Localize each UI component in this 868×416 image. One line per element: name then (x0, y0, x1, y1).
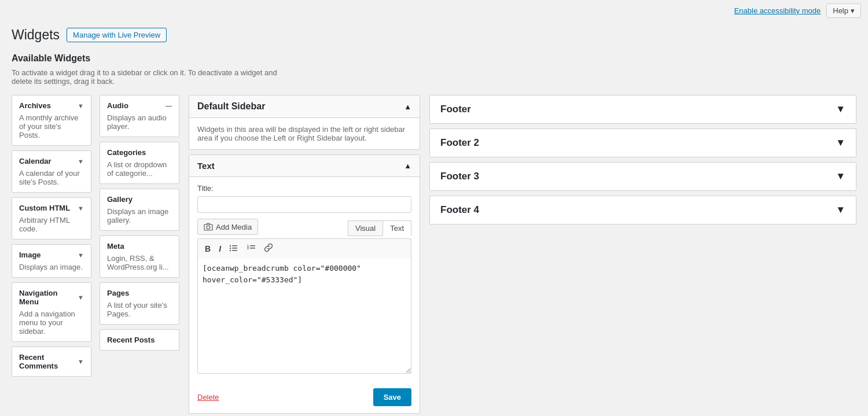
add-media-button[interactable]: Add Media (197, 219, 258, 235)
footer-1-header[interactable]: Footer ▼ (430, 95, 856, 123)
default-sidebar-section: Default Sidebar ▲ Widgets in this area w… (189, 95, 420, 150)
widget-grid: Archives ▼ A monthly archive of your sit… (12, 95, 179, 381)
widget-custom-html[interactable]: Custom HTML ▼ Arbitrary HTML code. (12, 197, 91, 240)
available-widgets-desc: To activate a widget drag it to a sideba… (12, 68, 289, 86)
default-sidebar-desc: Widgets in this area will be displayed i… (189, 118, 420, 149)
audio-collapse-icon: — (165, 102, 172, 109)
svg-point-4 (230, 248, 231, 249)
chevron-down-icon: ▼ (78, 205, 84, 212)
link-icon (264, 243, 273, 252)
footer-4-header[interactable]: Footer 4 ▼ (430, 196, 856, 224)
footer-2-header[interactable]: Footer 2 ▼ (430, 129, 856, 157)
svg-rect-9 (250, 245, 255, 246)
svg-rect-11 (250, 248, 255, 249)
ordered-list-icon: 1. 2. (247, 243, 256, 252)
widget-audio[interactable]: Audio — Displays an audio player. (100, 95, 179, 137)
chevron-down-icon: ▼ (836, 104, 845, 115)
main-layout: Archives ▼ A monthly archive of your sit… (12, 95, 856, 414)
title-label: Title: (197, 184, 411, 193)
accessibility-link[interactable]: Enable accessibility mode (734, 6, 821, 15)
chevron-down-icon: ▼ (78, 252, 84, 259)
chevron-down-icon: ▼ (78, 294, 84, 301)
manage-live-preview-button[interactable]: Manage with Live Preview (67, 28, 167, 42)
svg-rect-5 (232, 248, 237, 249)
text-tab[interactable]: Text (382, 220, 411, 236)
text-widget-body: Title: Add Media Visual (189, 177, 420, 382)
save-button[interactable]: Save (373, 388, 411, 406)
widget-archives[interactable]: Archives ▼ A monthly archive of your sit… (12, 95, 91, 146)
italic-button[interactable]: I (216, 243, 223, 255)
text-content-area[interactable]: [oceanwp_breadcrumb color="#000000" hove… (197, 258, 411, 374)
unordered-list-icon (229, 243, 238, 252)
widget-recent-posts[interactable]: Recent Posts (100, 329, 179, 351)
center-panel: Default Sidebar ▲ Widgets in this area w… (189, 95, 420, 414)
title-input[interactable] (197, 196, 411, 213)
default-sidebar-header: Default Sidebar ▲ (189, 95, 420, 118)
footer-section-2: Footer 2 ▼ (429, 128, 856, 157)
widget-categories[interactable]: Categories A list or dropdown of categor… (100, 142, 179, 184)
svg-point-2 (230, 245, 231, 246)
right-panel: Footer ▼ Footer 2 ▼ Footer 3 ▼ Footer 4 (429, 95, 856, 229)
svg-rect-3 (232, 245, 237, 246)
ordered-list-button[interactable]: 1. 2. (244, 242, 258, 255)
chevron-down-icon: ▼ (836, 171, 845, 182)
footer-section-1: Footer ▼ (429, 95, 856, 124)
chevron-up-icon: ▲ (404, 102, 411, 111)
unordered-list-button[interactable] (227, 242, 241, 255)
delete-link[interactable]: Delete (197, 393, 219, 402)
text-widget-header: Text ▲ (189, 155, 420, 177)
editor-toolbar: B I (197, 238, 411, 258)
chevron-down-icon: ▼ (836, 137, 845, 149)
left-panel: Archives ▼ A monthly archive of your sit… (12, 95, 179, 381)
svg-point-1 (207, 226, 210, 229)
svg-text:2.: 2. (247, 246, 250, 250)
chevron-down-icon: ▼ (78, 358, 84, 365)
editor-tabs: Visual Text (348, 220, 411, 236)
help-button[interactable]: Help ▾ (826, 3, 861, 18)
page-title: Widgets (12, 27, 60, 43)
svg-point-6 (230, 250, 231, 251)
footer-section-4: Footer 4 ▼ (429, 196, 856, 224)
widget-image[interactable]: Image ▼ Displays an image. (12, 244, 91, 278)
link-button[interactable] (262, 242, 275, 255)
widget-calendar[interactable]: Calendar ▼ A calendar of your site's Pos… (12, 150, 91, 193)
widget-meta[interactable]: Meta Login, RSS, & WordPress.org li... (100, 235, 179, 278)
visual-tab[interactable]: Visual (348, 220, 382, 236)
page-title-row: Widgets Manage with Live Preview (12, 27, 856, 43)
top-bar: Enable accessibility mode Help ▾ (0, 0, 868, 21)
widget-recent-comments[interactable]: Recent Comments ▼ (12, 347, 91, 377)
chevron-down-icon: ▼ (78, 102, 84, 109)
chevron-down-icon: ▼ (78, 158, 84, 165)
bold-button[interactable]: B (203, 243, 213, 255)
page-wrap: Widgets Manage with Live Preview Availab… (0, 21, 868, 416)
widget-col-2: Audio — Displays an audio player. Catego… (100, 95, 179, 381)
footer-3-header[interactable]: Footer 3 ▼ (430, 163, 856, 190)
widget-navigation-menu[interactable]: Navigation Menu ▼ Add a navigation menu … (12, 282, 91, 342)
chevron-down-icon: ▼ (836, 204, 845, 216)
available-widgets-title: Available Widgets (12, 53, 856, 64)
widget-pages[interactable]: Pages A list of your site's Pages. (100, 282, 179, 325)
svg-rect-7 (232, 250, 237, 251)
widget-col-1: Archives ▼ A monthly archive of your sit… (12, 95, 91, 381)
chevron-up-icon: ▲ (404, 161, 411, 170)
camera-icon (204, 222, 213, 231)
footer-section-3: Footer 3 ▼ (429, 162, 856, 191)
widget-gallery[interactable]: Gallery Displays an image gallery. (100, 189, 179, 231)
text-widget-footer: Delete Save (189, 382, 420, 413)
text-widget: Text ▲ Title: Add Media (189, 154, 420, 414)
